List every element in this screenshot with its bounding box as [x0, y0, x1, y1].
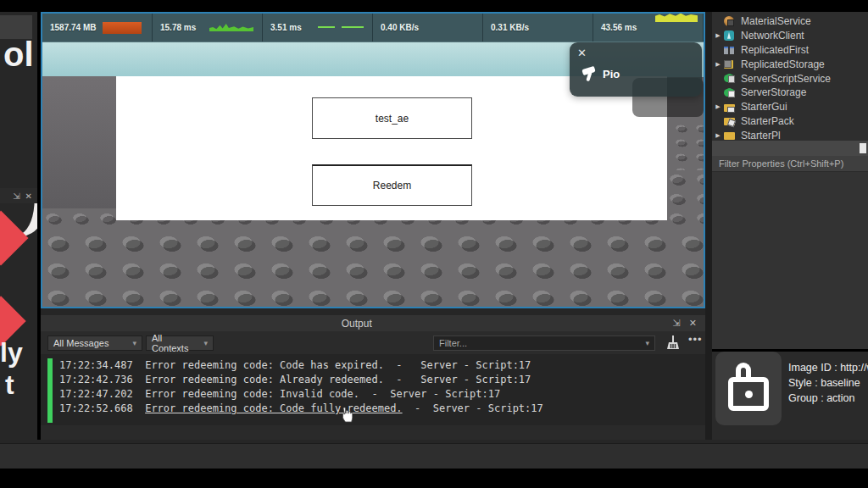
tree-item-starter-pack[interactable]: StarterPack: [712, 114, 868, 129]
log-entry[interactable]: 17:22:42.736 Error redeeming code: Alrea…: [59, 374, 531, 385]
output-panel-footer: [41, 425, 705, 440]
cursor-hand-icon: [339, 407, 353, 424]
properties-header: [712, 141, 868, 156]
starter-gui-icon: [724, 104, 735, 112]
studio-screen: ol ⇲ ✕ ly t test_ae Reedem ✕: [0, 0, 868, 488]
properties-header-icon: [860, 143, 866, 153]
memory-graph: [103, 22, 142, 34]
stat-memory: 1587.74 MB: [42, 14, 153, 42]
chevron-down-icon: ▾: [132, 339, 136, 347]
render-graph: [318, 26, 335, 28]
stat-render-time: 3.51 ms: [263, 14, 373, 42]
server-script-service-icon: [724, 75, 735, 82]
close-icon[interactable]: ✕: [25, 191, 32, 201]
left-panel-text-fragment: t: [5, 369, 14, 401]
left-panel-header: ⇲ ✕: [0, 188, 37, 203]
tree-item-label: StarterGui: [741, 101, 787, 113]
close-icon[interactable]: ✕: [577, 47, 587, 59]
expand-arrow-icon[interactable]: ▶: [712, 32, 724, 39]
starter-pack-icon: [724, 118, 735, 125]
dropdown-value: All Contexts: [152, 333, 198, 353]
output-toolbar: All Messages ▾ All Contexts ▾ Filter... …: [41, 331, 705, 354]
status-bar: [0, 443, 868, 469]
starter-player-icon: [724, 132, 735, 140]
more-options-icon[interactable]: •••: [688, 333, 703, 346]
frame-time-graph: [209, 24, 253, 31]
asset-style: Style : baseline: [788, 377, 860, 389]
ping-graph: [655, 12, 698, 22]
stud-texture: [42, 230, 704, 308]
performance-stats-bar: 1587.74 MB 15.78 ms 3.51 ms 0.40 KB/s 0.…: [42, 14, 704, 42]
studio-hammer-icon: [581, 66, 597, 81]
dropdown-value: All Messages: [53, 338, 108, 348]
tree-item-replicated-first[interactable]: ReplicatedFirst: [712, 43, 868, 58]
material-service-icon: [724, 16, 734, 26]
player-popup: ✕ Pio: [570, 42, 702, 97]
log-entry[interactable]: 17:22:47.202 Error redeeming code: Inval…: [59, 388, 500, 400]
tree-item-material-service[interactable]: MaterialService: [712, 14, 868, 29]
left-panel-bottom: ly t: [0, 203, 37, 441]
tree-item-starter-gui[interactable]: ▶ StarterGui: [712, 100, 868, 114]
popout-icon[interactable]: ⇲: [673, 318, 681, 329]
tree-item-server-script-service[interactable]: ServerScriptService: [712, 71, 868, 86]
tree-item-label: NetworkClient: [741, 30, 804, 42]
contexts-filter-dropdown[interactable]: All Contexts ▾: [146, 336, 214, 351]
game-viewport[interactable]: test_ae Reedem ✕ Pio 1587.74 MB 15.78 ms: [41, 12, 705, 308]
asset-group: Group : action: [788, 392, 855, 404]
popout-icon[interactable]: ⇲: [13, 191, 19, 201]
tree-item-starter-player[interactable]: ▶ StarterPl: [712, 128, 868, 141]
tree-item-label: MaterialService: [741, 15, 811, 27]
output-titlebar: Output ⇲ ✕: [41, 315, 705, 331]
player-name-label: Pio: [603, 68, 620, 80]
stat-net-received: 0.31 KB/s: [483, 14, 593, 42]
tree-item-label: ReplicatedStorage: [741, 58, 825, 70]
code-textbox[interactable]: test_ae: [312, 97, 472, 139]
expand-arrow-icon[interactable]: ▶: [712, 132, 724, 139]
log-entry[interactable]: 17:22:52.668 Error redeeming code: Code …: [59, 402, 543, 414]
properties-filter-input[interactable]: Filter Properties (Ctrl+Shift+P): [712, 156, 868, 172]
filter-placeholder: Filter...: [439, 338, 467, 348]
server-storage-icon: [724, 89, 735, 97]
chevron-down-icon: ▾: [203, 339, 208, 347]
replicated-first-icon: [724, 44, 735, 54]
tree-item-label: ReplicatedFirst: [741, 44, 809, 56]
wall-block: [42, 76, 118, 208]
left-panel-top: ol: [0, 12, 37, 188]
log-status-bar: [47, 358, 53, 423]
tree-item-server-storage[interactable]: ServerStorage: [712, 86, 868, 100]
game-ui-panel: test_ae Reedem: [116, 76, 667, 220]
stat-frame-time: 15.78 ms: [153, 14, 263, 42]
tree-item-network-client[interactable]: ▶ NetworkClient: [712, 29, 868, 43]
tree-item-label: StarterPl: [741, 130, 781, 141]
stat-net-sent: 0.40 KB/s: [373, 14, 483, 42]
output-panel-title: Output: [41, 318, 673, 330]
panel-gap: [41, 308, 705, 315]
expand-arrow-icon[interactable]: ▶: [712, 103, 724, 110]
output-filter-input[interactable]: Filter... ▾: [433, 336, 655, 351]
replicated-storage-icon: [724, 60, 733, 69]
render-graph: [342, 26, 364, 28]
clear-output-icon[interactable]: [665, 335, 681, 351]
left-panel-text-fragment: ol: [3, 36, 34, 74]
filter-placeholder: Filter Properties (Ctrl+Shift+P): [719, 158, 843, 169]
redeem-button[interactable]: Reedem: [312, 164, 472, 206]
log-entry[interactable]: 17:22:34.487 Error redeeming code: Code …: [59, 359, 531, 371]
expand-arrow-icon[interactable]: ▶: [712, 61, 724, 68]
network-client-icon: [724, 30, 734, 41]
properties-panel-body: [712, 172, 868, 349]
asset-image-id: Image ID : http://w: [788, 362, 868, 374]
left-panel-text-fragment: ly: [0, 337, 23, 369]
stat-ping: 43.56 ms: [593, 14, 704, 42]
panel-divider[interactable]: [705, 12, 712, 468]
output-log[interactable]: 17:22:34.487 Error redeeming code: Code …: [41, 354, 705, 425]
tree-item-label: StarterPack: [741, 115, 794, 127]
chevron-down-icon: ▾: [645, 339, 649, 347]
tree-item-label: ServerScriptService: [741, 73, 831, 85]
lock-tile: [715, 352, 782, 425]
tree-item-label: ServerStorage: [741, 86, 806, 98]
explorer-panel: MaterialService ▶ NetworkClient Replicat…: [712, 12, 868, 141]
close-icon[interactable]: ✕: [689, 318, 697, 329]
lock-icon-body: [728, 377, 769, 411]
tree-item-replicated-storage[interactable]: ▶ ReplicatedStorage: [712, 57, 868, 71]
messages-filter-dropdown[interactable]: All Messages ▾: [47, 336, 142, 351]
